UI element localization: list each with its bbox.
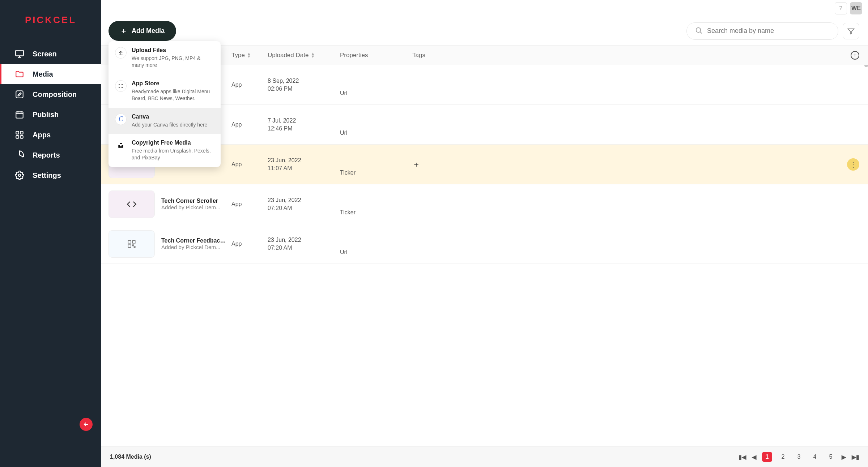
svg-rect-2: [16, 112, 23, 118]
filter-button[interactable]: [843, 23, 859, 39]
pager-first-button[interactable]: ▮◀: [739, 454, 746, 460]
sidebar-item-publish[interactable]: Publish: [0, 104, 101, 125]
svg-rect-4: [20, 131, 23, 134]
cell-date: 8 Sep, 2022 02:06 PM: [268, 78, 340, 92]
sidebar-item-media[interactable]: Media: [0, 64, 101, 84]
media-subtitle: Added by Pickcel Dem...: [161, 244, 226, 250]
calendar-icon: [14, 110, 25, 120]
search-box[interactable]: [686, 22, 838, 40]
table-row[interactable]: Tech Corner Feedback... Added by Pickcel…: [101, 224, 868, 264]
unsplash-icon: [115, 140, 127, 151]
sort-icon: ▲▼: [311, 52, 315, 58]
media-title: Tech Corner Feedback...: [161, 237, 226, 244]
cell-properties: Ticker: [340, 209, 412, 224]
svg-point-9: [122, 84, 123, 85]
col-tags: Tags: [412, 52, 834, 59]
sidebar-item-screen[interactable]: Screen: [0, 44, 101, 64]
folder-icon: [14, 69, 25, 79]
pager-prev-button[interactable]: ◀: [752, 454, 756, 460]
svg-rect-0: [16, 50, 24, 56]
svg-point-7: [18, 174, 21, 177]
gear-icon: [14, 170, 25, 180]
dropdown-item-title: Copyright Free Media: [132, 140, 214, 146]
pager-page[interactable]: 4: [810, 452, 820, 462]
sidebar-item-settings[interactable]: Settings: [0, 165, 101, 185]
help-button[interactable]: ?: [835, 2, 847, 14]
main-area: ? WE ＋ Add Media Upload Files We support…: [101, 0, 868, 467]
svg-rect-14: [132, 240, 135, 243]
svg-point-8: [119, 84, 120, 85]
edit-square-icon: [14, 89, 25, 99]
apps-grid-icon: [115, 80, 127, 92]
sidebar: PICKCEL Screen Media Composition Publish: [0, 0, 101, 467]
sidebar-item-reports[interactable]: Reports: [0, 145, 101, 165]
cell-properties: Ticker: [340, 170, 412, 184]
sidebar-item-label: Screen: [33, 50, 57, 58]
sidebar-item-label: Reports: [33, 151, 60, 159]
cell-properties: Url: [340, 249, 412, 264]
dropdown-item-title: App Store: [132, 80, 214, 87]
grid-icon: [14, 130, 25, 140]
col-uploaded-date[interactable]: Uploaded Date ▲▼: [268, 52, 340, 59]
add-column-button[interactable]: ＋: [851, 51, 859, 60]
cell-date: 23 Jun, 2022 11:07 AM: [268, 157, 340, 172]
svg-rect-6: [20, 136, 23, 138]
toolbar: ＋ Add Media Upload Files We support JPG,…: [101, 17, 868, 46]
dropdown-item-desc: Add your Canva files directly here: [132, 121, 207, 128]
media-thumbnail: [109, 190, 155, 218]
svg-point-12: [696, 27, 701, 32]
cell-properties: Url: [340, 130, 412, 144]
cell-type: App: [231, 161, 268, 168]
svg-point-11: [122, 87, 123, 88]
dropdown-item-upload-files[interactable]: Upload Files We support JPG, PNG, MP4 & …: [109, 41, 221, 74]
sidebar-nav: Screen Media Composition Publish Apps: [0, 37, 101, 185]
media-thumbnail: [109, 230, 155, 258]
svg-point-10: [119, 87, 120, 88]
add-tag-button[interactable]: ＋: [412, 159, 420, 170]
add-media-button[interactable]: ＋ Add Media: [109, 21, 176, 41]
sidebar-item-label: Media: [33, 70, 53, 78]
sidebar-item-label: Settings: [33, 171, 61, 180]
svg-rect-15: [128, 245, 131, 248]
cell-type: App: [231, 121, 268, 128]
svg-rect-16: [132, 245, 133, 246]
search-icon: [695, 26, 703, 36]
dropdown-item-desc: Readymade apps like Digital Menu Board, …: [132, 88, 214, 102]
table-footer: 1,084 Media (s) ▮◀ ◀ 1 2 3 4 5 ▶ ▶▮: [101, 446, 868, 467]
sidebar-item-composition[interactable]: Composition: [0, 84, 101, 104]
pager-last-button[interactable]: ▶▮: [852, 454, 859, 460]
add-media-dropdown: Upload Files We support JPG, PNG, MP4 & …: [109, 41, 221, 167]
col-properties: Properties: [340, 52, 412, 59]
search-input[interactable]: [707, 27, 830, 35]
svg-rect-13: [128, 240, 131, 243]
canva-icon: C: [115, 113, 127, 125]
sort-icon: ▲▼: [247, 52, 251, 58]
dropdown-item-title: Canva: [132, 113, 207, 120]
cell-properties: Url: [340, 90, 412, 104]
cell-date: 7 Jul, 2022 12:46 PM: [268, 117, 340, 132]
pager-page[interactable]: 2: [778, 452, 788, 462]
table-row[interactable]: Tech Corner Scroller Added by Pickcel De…: [101, 184, 868, 224]
dropdown-item-canva[interactable]: C Canva Add your Canva files directly he…: [109, 108, 221, 134]
user-avatar[interactable]: WE: [850, 2, 862, 14]
pager-page[interactable]: 5: [826, 452, 836, 462]
sidebar-item-apps[interactable]: Apps: [0, 125, 101, 145]
pager-page[interactable]: 3: [794, 452, 804, 462]
media-title: Tech Corner Scroller: [161, 198, 220, 204]
svg-rect-17: [134, 246, 135, 247]
row-more-button[interactable]: ⋮: [847, 158, 859, 171]
col-type[interactable]: Type ▲▼: [231, 52, 268, 59]
collapse-sidebar-button[interactable]: [80, 418, 93, 431]
sidebar-item-label: Apps: [33, 131, 51, 139]
cell-date: 23 Jun, 2022 07:20 AM: [268, 197, 340, 211]
dropdown-item-app-store[interactable]: App Store Readymade apps like Digital Me…: [109, 74, 221, 108]
cell-type: App: [231, 241, 268, 247]
media-subtitle: Added by Pickcel Dem...: [161, 204, 220, 210]
upload-icon: [115, 47, 127, 59]
dropdown-item-copyright-free[interactable]: Copyright Free Media Free media from Uns…: [109, 134, 221, 167]
pager-page[interactable]: 1: [762, 452, 772, 462]
add-media-label: Add Media: [132, 27, 165, 35]
sidebar-item-label: Publish: [33, 111, 59, 119]
pager-next-button[interactable]: ▶: [842, 454, 846, 460]
sidebar-item-label: Composition: [33, 90, 77, 99]
